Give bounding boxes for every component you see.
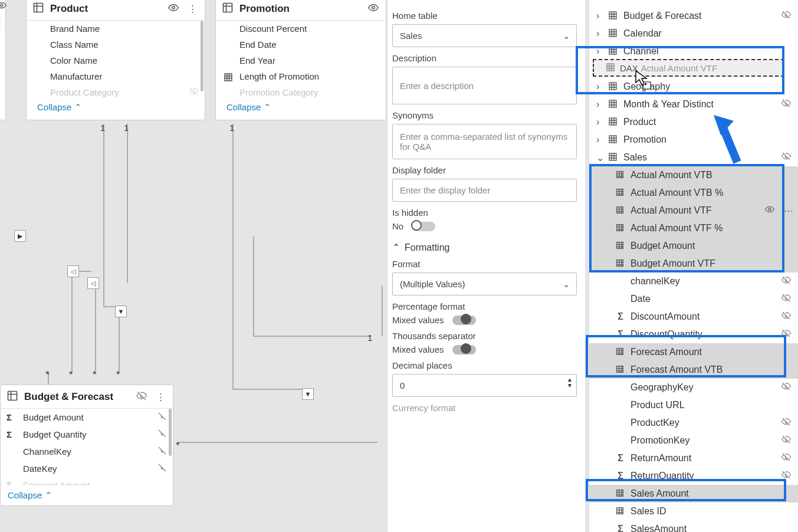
tree-label: SalesAmount [630, 524, 793, 532]
tree-field-date[interactable]: Date [589, 290, 798, 308]
table-card-promotion[interactable]: Promotion Discount Percent End Date End … [215, 0, 386, 120]
display-folder-input[interactable]: Enter the display folder [392, 179, 577, 202]
tree-field-channelkey[interactable]: channelKey [589, 272, 798, 290]
more-icon[interactable]: ⋮ [186, 4, 199, 14]
tree-field-discountquantity[interactable]: ΣDiscountQuantity [589, 326, 798, 343]
table-card-partial-left[interactable]: ⋮ [0, 0, 6, 120]
eye-icon[interactable] [0, 1, 6, 12]
tree-field-actual-amount-vtb[interactable]: Actual Amount VTB [589, 166, 798, 184]
svg-rect-20 [617, 242, 623, 249]
more-icon[interactable]: ⋮ [0, 17, 4, 28]
percentage-toggle[interactable] [452, 316, 476, 325]
field-label: Color Name [50, 55, 97, 65]
tree-table-sales[interactable]: ⌄Sales [589, 149, 798, 166]
table-title: Promotion [239, 3, 361, 15]
hidden-icon [781, 329, 793, 340]
eye-icon[interactable] [765, 205, 777, 216]
tree-field-sales-amount[interactable]: Sales Amount [589, 485, 798, 503]
collapse-link[interactable]: Collapse ⌃ [27, 97, 205, 117]
filter-dir-3[interactable]: ▼ [115, 306, 127, 317]
filter-dir-1[interactable]: ◁ [67, 265, 79, 277]
tree-label: Budget Amount VTF [630, 258, 793, 269]
field-discount-percent[interactable]: Discount Percent [216, 21, 386, 37]
description-input[interactable]: Enter a description [392, 67, 577, 104]
field-color-name[interactable]: Color Name [27, 52, 205, 68]
tree-table-calendar[interactable]: ›Calendar [589, 25, 798, 42]
tree-field-returnamount[interactable]: ΣReturnAmount [589, 449, 798, 467]
tree-table-product[interactable]: ›Product [589, 113, 798, 131]
field-end-date[interactable]: End Date [216, 37, 386, 52]
more-icon[interactable]: ⋮ [154, 392, 167, 402]
table-card-budget-forecast[interactable]: Budget & Forecast ⋮ ΣBudget Amount ΣBudg… [0, 385, 173, 506]
tree-field-discountamount[interactable]: ΣDiscountAmount [589, 308, 798, 326]
tree-label: Actual Amount VTF [630, 205, 760, 216]
filter-dir-4[interactable]: ▼ [302, 388, 314, 400]
field-manufacturer[interactable]: Manufacturer [27, 68, 205, 84]
scrollbar[interactable] [169, 409, 172, 456]
filter-dir-2[interactable]: ◁ [87, 277, 99, 289]
field-budget-quantity[interactable]: ΣBudget Quantity [1, 426, 173, 443]
table-card-product[interactable]: Product ⋮ Brand Name Class Name Color Na… [26, 0, 205, 120]
eye-icon[interactable] [367, 2, 380, 15]
field-label: Forecast Amount [23, 480, 167, 485]
tree-table-budget-forecast[interactable]: ›Budget & Forecast [589, 7, 798, 25]
svg-rect-22 [617, 349, 623, 355]
tree-field-returnquantity[interactable]: ΣReturnQuantity [589, 467, 798, 485]
decimal-places-input[interactable]: 0▲▼ [392, 374, 577, 397]
tree-field-salesamount[interactable]: ΣSalesAmount [589, 520, 798, 532]
svg-rect-7 [609, 12, 616, 19]
hidden-icon[interactable] [135, 390, 148, 403]
field-class-name[interactable]: Class Name [27, 37, 205, 52]
measure-icon [615, 188, 626, 198]
thousands-toggle[interactable] [452, 345, 476, 354]
field-end-year[interactable]: End Year [216, 52, 386, 68]
description-label: Description [392, 53, 577, 63]
field-forecast-amount[interactable]: ΣForecast Amount [1, 477, 173, 485]
tree-label: Calendar [623, 28, 793, 39]
tree-field-promotionkey[interactable]: PromotionKey [589, 432, 798, 449]
svg-rect-23 [617, 366, 623, 373]
tree-field-geographykey[interactable]: GeographyKey [589, 379, 798, 396]
field-length-of-promotion[interactable]: Length of Promotion [216, 68, 386, 84]
chevron-icon: › [596, 46, 603, 57]
tree-field-product-url[interactable]: Product URL [589, 396, 798, 414]
tree-table-geography[interactable]: ›Geography [589, 78, 798, 96]
tree-label: ProductKey [630, 418, 777, 428]
tree-field-actual-amount-vtf-[interactable]: Actual Amount VTF % [589, 219, 798, 237]
tree-field-forecast-amount-vtb[interactable]: Forecast Amount VTB [589, 361, 798, 379]
spinner[interactable]: ▲▼ [567, 377, 573, 389]
hidden-icon [781, 417, 793, 429]
sigma-icon: Σ [615, 329, 626, 340]
tree-field-actual-amount-vtb-[interactable]: Actual Amount VTB % [589, 184, 798, 202]
is-hidden-toggle[interactable] [412, 222, 435, 231]
tree-field-budget-amount[interactable]: Budget Amount [589, 237, 798, 255]
more-icon[interactable]: ⋯ [784, 205, 793, 216]
field-channelkey[interactable]: ChannelKey [1, 443, 173, 460]
field-label: DateKey [23, 464, 152, 474]
expand-handle-1[interactable]: ▶ [14, 230, 26, 242]
sigma-icon: Σ [615, 471, 626, 481]
scrollbar[interactable] [201, 21, 203, 91]
field-budget-amount[interactable]: ΣBudget Amount [1, 409, 173, 426]
tree-table-month-year-distinct[interactable]: ›Month & Year Distinct [589, 96, 798, 113]
field-promotion-category[interactable]: Promotion Category [216, 84, 386, 97]
field-product-category[interactable]: Product Category [27, 84, 205, 97]
collapse-link[interactable]: Collapse ⌃ [1, 485, 173, 505]
tree-field-actual-amount-vtf[interactable]: Actual Amount VTF⋯ [589, 202, 798, 219]
tree-table-channel[interactable]: ›Channel [589, 42, 798, 60]
field-brand-name[interactable]: Brand Name [27, 21, 205, 37]
tree-table-promotion[interactable]: ›Promotion [589, 131, 798, 149]
tree-field-budget-amount-vtf[interactable]: Budget Amount VTF [589, 255, 798, 272]
format-select[interactable]: (Multiple Values)⌄ [392, 272, 577, 295]
tree-field-productkey[interactable]: ProductKey [589, 414, 798, 432]
collapse-link[interactable]: Collapse ⌃ [216, 97, 386, 117]
measure-icon [615, 205, 626, 216]
field-datekey[interactable]: DateKey [1, 460, 173, 477]
measure-icon [615, 170, 626, 180]
eye-icon[interactable] [167, 2, 180, 15]
formatting-section-header[interactable]: ⌃Formatting [392, 242, 577, 253]
synonyms-input[interactable]: Enter a comma-separated list of synonyms… [392, 124, 577, 159]
home-table-select[interactable]: Sales⌄ [392, 24, 577, 47]
tree-field-sales-id[interactable]: Sales ID [589, 503, 798, 520]
tree-field-forecast-amount[interactable]: Forecast Amount [589, 343, 798, 361]
